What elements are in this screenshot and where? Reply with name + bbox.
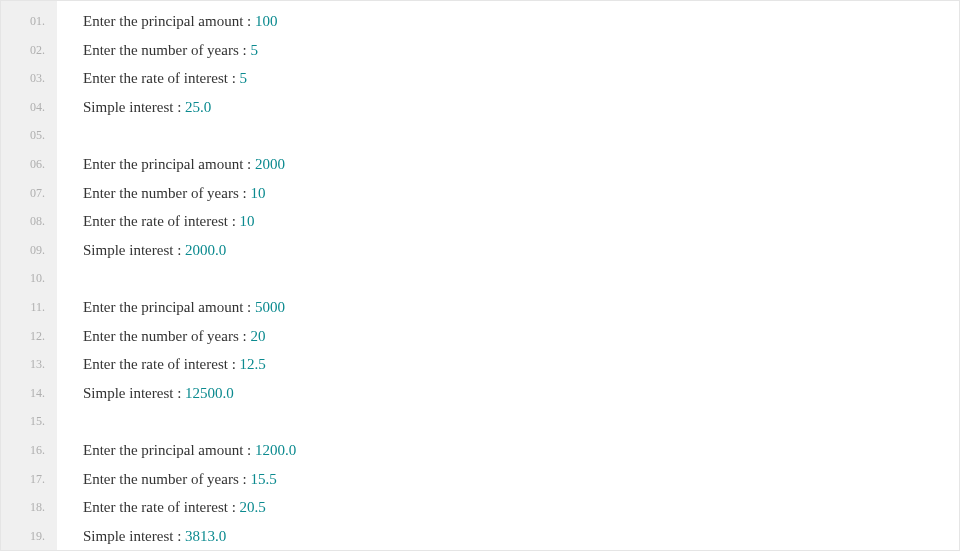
code-line: Enter the principal amount : 5000	[83, 293, 959, 322]
code-text: Enter the rate of interest :	[83, 70, 240, 86]
line-number: 16.	[1, 436, 57, 465]
code-number-literal: 5000	[255, 299, 285, 315]
line-number: 11.	[1, 293, 57, 322]
code-number-literal: 20.5	[240, 499, 266, 515]
line-number: 09.	[1, 236, 57, 265]
code-text: Simple interest :	[83, 528, 185, 544]
line-number: 15.	[1, 407, 57, 436]
code-number-literal: 1200.0	[255, 442, 296, 458]
code-number-literal: 5	[240, 70, 248, 86]
code-number-literal: 10	[250, 185, 265, 201]
code-number-literal: 3813.0	[185, 528, 226, 544]
code-line: Enter the number of years : 10	[83, 179, 959, 208]
code-text: Enter the principal amount :	[83, 442, 255, 458]
line-number: 08.	[1, 207, 57, 236]
code-number-literal: 12500.0	[185, 385, 234, 401]
code-line: Enter the rate of interest : 12.5	[83, 350, 959, 379]
code-text: Enter the rate of interest :	[83, 499, 240, 515]
code-line: Simple interest : 3813.0	[83, 522, 959, 551]
line-number-gutter: 01.02.03.04.05.06.07.08.09.10.11.12.13.1…	[1, 1, 57, 550]
code-line	[83, 264, 959, 293]
line-number: 04.	[1, 93, 57, 122]
code-text: Enter the principal amount :	[83, 299, 255, 315]
code-text: Enter the principal amount :	[83, 13, 255, 29]
code-line: Enter the number of years : 20	[83, 322, 959, 351]
code-number-literal: 15.5	[250, 471, 276, 487]
code-line: Simple interest : 2000.0	[83, 236, 959, 265]
line-number: 05.	[1, 121, 57, 150]
line-number: 06.	[1, 150, 57, 179]
line-number: 01.	[1, 7, 57, 36]
line-number: 19.	[1, 522, 57, 551]
code-number-literal: 25.0	[185, 99, 211, 115]
code-number-literal: 2000	[255, 156, 285, 172]
code-content: Enter the principal amount : 100Enter th…	[57, 1, 959, 550]
line-number: 10.	[1, 264, 57, 293]
code-line: Enter the number of years : 15.5	[83, 465, 959, 494]
code-number-literal: 5	[250, 42, 258, 58]
code-number-literal: 20	[250, 328, 265, 344]
line-number: 07.	[1, 179, 57, 208]
line-number: 12.	[1, 322, 57, 351]
code-line: Simple interest : 25.0	[83, 93, 959, 122]
code-line	[83, 121, 959, 150]
code-line: Simple interest : 12500.0	[83, 379, 959, 408]
code-text: Enter the rate of interest :	[83, 213, 240, 229]
code-number-literal: 100	[255, 13, 278, 29]
code-text: Enter the principal amount :	[83, 156, 255, 172]
code-line: Enter the rate of interest : 20.5	[83, 493, 959, 522]
code-text: Enter the number of years :	[83, 328, 250, 344]
line-number: 03.	[1, 64, 57, 93]
code-line: Enter the principal amount : 100	[83, 7, 959, 36]
code-number-literal: 10	[240, 213, 255, 229]
code-line	[83, 407, 959, 436]
code-text: Enter the number of years :	[83, 471, 250, 487]
code-text: Simple interest :	[83, 242, 185, 258]
code-text: Simple interest :	[83, 385, 185, 401]
code-text: Enter the number of years :	[83, 42, 250, 58]
code-line: Enter the rate of interest : 5	[83, 64, 959, 93]
line-number: 02.	[1, 36, 57, 65]
code-text: Simple interest :	[83, 99, 185, 115]
code-block: 01.02.03.04.05.06.07.08.09.10.11.12.13.1…	[0, 0, 960, 551]
line-number: 14.	[1, 379, 57, 408]
code-line: Enter the principal amount : 1200.0	[83, 436, 959, 465]
code-line: Enter the number of years : 5	[83, 36, 959, 65]
code-number-literal: 2000.0	[185, 242, 226, 258]
code-line: Enter the rate of interest : 10	[83, 207, 959, 236]
code-number-literal: 12.5	[240, 356, 266, 372]
line-number: 17.	[1, 465, 57, 494]
code-line: Enter the principal amount : 2000	[83, 150, 959, 179]
code-text: Enter the number of years :	[83, 185, 250, 201]
code-text: Enter the rate of interest :	[83, 356, 240, 372]
line-number: 13.	[1, 350, 57, 379]
line-number: 18.	[1, 493, 57, 522]
